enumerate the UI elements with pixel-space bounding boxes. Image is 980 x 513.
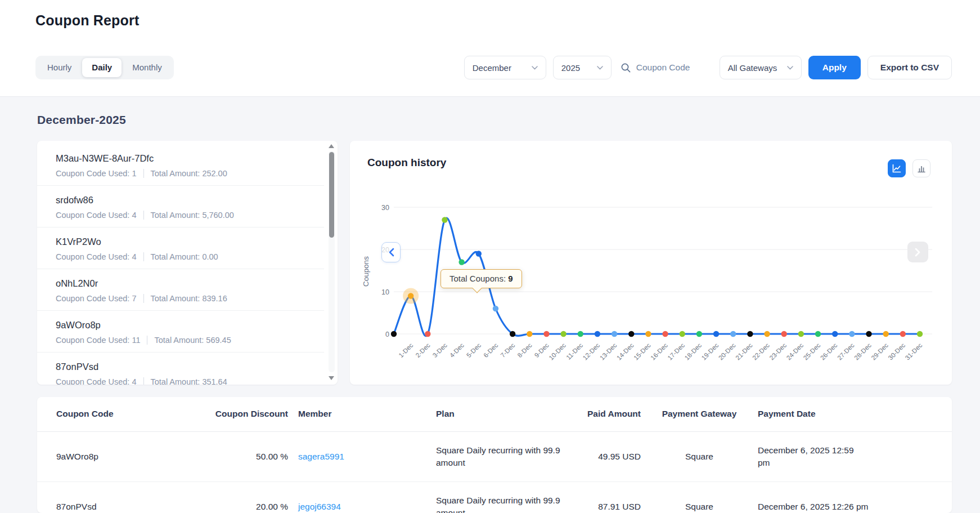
svg-text:16-Dec: 16-Dec bbox=[649, 342, 669, 362]
cell-coupon-discount: 50.00 % bbox=[186, 450, 298, 463]
chart-point[interactable] bbox=[442, 217, 447, 222]
svg-text:22-Dec: 22-Dec bbox=[751, 342, 771, 362]
coupon-amount-text: Total Amount: 839.16 bbox=[151, 294, 227, 303]
coupon-used-text: Coupon Code Used: 7 bbox=[56, 294, 137, 303]
chart-point[interactable] bbox=[645, 331, 651, 337]
coupon-amount-text: Total Amount: 0.00 bbox=[151, 252, 218, 261]
coupon-table-panel: Coupon CodeCoupon DiscountMemberPlanPaid… bbox=[37, 397, 952, 513]
coupon-item-meta: Coupon Code Used: 4Total Amount: 351.64 bbox=[56, 377, 318, 385]
svg-text:11-Dec: 11-Dec bbox=[565, 342, 584, 361]
chart-point[interactable] bbox=[883, 331, 888, 337]
chart-point[interactable] bbox=[713, 331, 719, 337]
cell-coupon-code: 87onPVsd bbox=[56, 501, 186, 513]
table-body: 9aWOro8p50.00 %sagera5991Square Daily re… bbox=[37, 432, 952, 513]
table-header-coupon-discount: Coupon Discount bbox=[186, 408, 298, 420]
coupon-amount-text: Total Amount: 252.00 bbox=[151, 169, 227, 178]
coupon-amount-text: Total Amount: 351.64 bbox=[151, 377, 227, 385]
chart-point[interactable] bbox=[832, 331, 838, 337]
coupon-list-item: srdofw86Coupon Code Used: 4Total Amount:… bbox=[37, 186, 324, 227]
svg-text:19-Dec: 19-Dec bbox=[700, 342, 720, 362]
svg-text:7-Dec: 7-Dec bbox=[499, 342, 516, 359]
chart-point[interactable] bbox=[493, 306, 498, 311]
chart-point[interactable] bbox=[543, 331, 549, 337]
year-select[interactable]: 2025 bbox=[553, 56, 612, 79]
chart-point[interactable] bbox=[408, 293, 413, 298]
cell-payment-gateway: Square bbox=[651, 501, 758, 513]
chart-point[interactable] bbox=[578, 331, 583, 337]
chart-point[interactable] bbox=[476, 251, 482, 256]
coupon-code-text: oNhL2N0r bbox=[56, 278, 318, 289]
coupon-item-meta: Coupon Code Used: 11Total Amount: 569.45 bbox=[56, 336, 318, 345]
apply-button[interactable]: Apply bbox=[808, 56, 861, 79]
svg-text:17-Dec: 17-Dec bbox=[666, 342, 686, 362]
chart-point[interactable] bbox=[612, 331, 617, 337]
coupon-code-search bbox=[618, 63, 713, 73]
chart-point[interactable] bbox=[595, 331, 600, 337]
chart-point[interactable] bbox=[900, 331, 906, 337]
cell-paid-amount: 87.91 USD bbox=[583, 501, 651, 513]
scroll-down-arrow-icon[interactable] bbox=[329, 376, 334, 380]
export-csv-button[interactable]: Export to CSV bbox=[867, 56, 952, 79]
coupon-used-text: Coupon Code Used: 4 bbox=[56, 252, 137, 261]
chart-point[interactable] bbox=[458, 259, 464, 265]
svg-text:30: 30 bbox=[381, 204, 389, 212]
coupon-code-search-input[interactable] bbox=[636, 63, 711, 73]
svg-text:12-Dec: 12-Dec bbox=[582, 342, 601, 362]
year-select-value: 2025 bbox=[561, 63, 580, 73]
chart-point[interactable] bbox=[510, 331, 515, 337]
coupon-item-meta: Coupon Code Used: 4Total Amount: 5,760.0… bbox=[56, 211, 318, 220]
chart-point[interactable] bbox=[849, 331, 855, 337]
chart-point[interactable] bbox=[560, 331, 566, 337]
chart-prev-button[interactable] bbox=[381, 242, 401, 262]
cell-paid-amount: 49.95 USD bbox=[583, 450, 651, 463]
svg-text:21-Dec: 21-Dec bbox=[734, 342, 754, 362]
coupon-item-meta: Coupon Code Used: 7Total Amount: 839.16 bbox=[56, 294, 318, 303]
cell-payment-date: December 6, 2025 12:26 pm bbox=[758, 501, 933, 513]
svg-text:1-Dec: 1-Dec bbox=[397, 342, 414, 359]
coupon-list-panel: M3au-N3WE-8Aur-7DfcCoupon Code Used: 1To… bbox=[37, 141, 338, 385]
svg-text:10: 10 bbox=[381, 288, 389, 296]
chart-point[interactable] bbox=[680, 331, 685, 337]
cell-plan: Square Daily recurring with 99.9 amount bbox=[436, 444, 583, 470]
chart-point[interactable] bbox=[696, 331, 702, 337]
chart-point[interactable] bbox=[866, 331, 871, 337]
chart-point[interactable] bbox=[764, 331, 770, 337]
chevron-right-icon bbox=[915, 248, 921, 257]
chart-point[interactable] bbox=[730, 331, 736, 337]
tab-daily[interactable]: Daily bbox=[82, 58, 122, 77]
cell-plan: Square Daily recurring with 99.9 amount bbox=[436, 494, 583, 513]
chart-point[interactable] bbox=[798, 331, 804, 337]
coupon-code-text: K1VrP2Wo bbox=[56, 237, 318, 247]
chart-point[interactable] bbox=[527, 331, 532, 337]
svg-text:30-Dec: 30-Dec bbox=[887, 342, 907, 362]
coupon-list-item: oNhL2N0rCoupon Code Used: 7Total Amount:… bbox=[37, 269, 324, 311]
svg-text:31-Dec: 31-Dec bbox=[904, 342, 924, 362]
gateway-select[interactable]: All Gateways bbox=[720, 56, 802, 79]
chart-point[interactable] bbox=[628, 331, 634, 337]
chart-point[interactable] bbox=[662, 331, 668, 337]
list-scrollbar[interactable] bbox=[328, 143, 335, 381]
chart-point[interactable] bbox=[425, 331, 430, 337]
member-link[interactable]: sagera5991 bbox=[298, 452, 344, 461]
chart-point[interactable] bbox=[391, 331, 397, 337]
coupon-code-text: 9aWOro8p bbox=[56, 320, 318, 331]
table-header-row: Coupon CodeCoupon DiscountMemberPlanPaid… bbox=[37, 397, 952, 432]
svg-text:24-Dec: 24-Dec bbox=[785, 342, 805, 362]
payment-date-line: pm bbox=[758, 457, 923, 469]
chart-next-button[interactable] bbox=[907, 242, 928, 262]
table-header-plan: Plan bbox=[436, 408, 583, 420]
chart-point[interactable] bbox=[781, 331, 787, 337]
tab-monthly[interactable]: Monthly bbox=[123, 58, 172, 77]
scroll-up-arrow-icon[interactable] bbox=[329, 144, 334, 148]
tab-hourly[interactable]: Hourly bbox=[38, 58, 81, 77]
coupon-history-chart: 0102030Coupons1-Dec2-Dec3-Dec4-Dec5-Dec6… bbox=[350, 141, 952, 385]
meta-divider bbox=[143, 211, 144, 220]
coupon-used-text: Coupon Code Used: 1 bbox=[56, 169, 137, 178]
scrollbar-thumb[interactable] bbox=[329, 152, 334, 238]
chart-point[interactable] bbox=[747, 331, 753, 337]
member-link[interactable]: jegoj66394 bbox=[298, 502, 341, 511]
chart-point[interactable] bbox=[917, 331, 923, 337]
chart-point[interactable] bbox=[815, 331, 821, 337]
top-header: Coupon Report HourlyDailyMonthly Decembe… bbox=[0, 0, 980, 97]
month-select[interactable]: December bbox=[464, 56, 546, 79]
